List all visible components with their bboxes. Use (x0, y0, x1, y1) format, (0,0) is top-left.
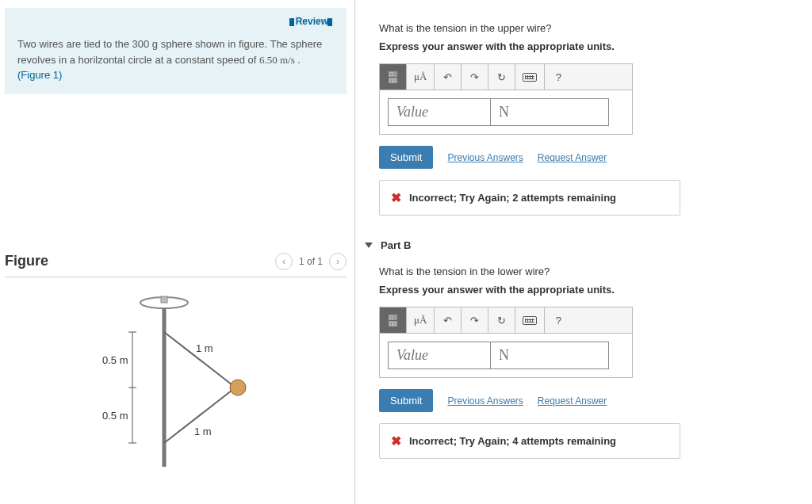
template-button[interactable]: □□□ (380, 307, 407, 333)
partB-feedback-text: Incorrect; Try Again; 4 attempts remaini… (409, 435, 616, 447)
partA-unit-input[interactable] (490, 98, 609, 126)
undo-button[interactable]: ↶ (435, 64, 462, 90)
keyboard-button[interactable] (515, 307, 545, 333)
review-link[interactable]: Review (289, 16, 335, 27)
partB-previous-answers-link[interactable]: Previous Answers (447, 395, 523, 407)
redo-button[interactable]: ↷ (462, 64, 488, 90)
collapse-icon (365, 242, 373, 248)
problem-text-2: . (295, 54, 301, 66)
label-top-dist: 0.5 m (102, 354, 128, 366)
partA-value-input[interactable] (388, 98, 491, 126)
partB-request-answer-link[interactable]: Request Answer (538, 395, 607, 407)
label-wire-bottom: 1 m (194, 426, 212, 437)
figure-diagram: 0.5 m 0.5 m 1 m 1 m (5, 288, 347, 471)
help-button[interactable]: ? (545, 64, 572, 90)
figure-prev-button[interactable]: ‹ (275, 253, 293, 270)
incorrect-icon: ✖ (391, 190, 401, 205)
partA-request-answer-link[interactable]: Request Answer (538, 152, 607, 163)
partA-instruction: Express your answer with the appropriate… (379, 40, 796, 52)
keyboard-button[interactable] (515, 64, 545, 90)
partA-feedback-text: Incorrect; Try Again; 2 attempts remaini… (409, 192, 616, 204)
figure-link[interactable]: (Figure 1) (17, 69, 62, 81)
svg-rect-1 (161, 296, 167, 303)
reset-button[interactable]: ↻ (488, 307, 515, 333)
incorrect-icon: ✖ (391, 433, 401, 449)
partB-unit-input[interactable] (490, 342, 609, 369)
partB-answer-widget: □□□ μÅ ↶ ↷ ↻ ? (379, 307, 633, 378)
partB-feedback: ✖ Incorrect; Try Again; 4 attempts remai… (379, 423, 680, 459)
reset-button[interactable]: ↻ (488, 64, 515, 90)
figure-next-button[interactable]: › (329, 253, 347, 270)
partA-question: What is the tension in the upper wire? (379, 22, 796, 34)
partA-answer-widget: □□□ μÅ ↶ ↷ ↻ ? (379, 63, 633, 135)
partB-submit-button[interactable]: Submit (379, 389, 433, 412)
svg-line-3 (164, 332, 236, 388)
problem-statement: Review Two wires are tied to the 300 g s… (5, 8, 347, 94)
label-bottom-dist: 0.5 m (102, 410, 128, 422)
problem-speed: 6.50 m/s (259, 54, 295, 66)
help-button[interactable]: ? (545, 307, 572, 333)
partB-header[interactable]: Part B (365, 239, 796, 251)
svg-point-5 (230, 380, 246, 395)
figure-title: Figure (5, 253, 48, 269)
partB-question: What is the tension in the lower wire? (379, 265, 796, 277)
partA-submit-button[interactable]: Submit (379, 146, 433, 169)
template-button[interactable]: □□□ (380, 64, 407, 90)
redo-button[interactable]: ↷ (462, 307, 488, 333)
figure-counter: 1 of 1 (299, 256, 323, 267)
units-symbols-button[interactable]: μÅ (407, 64, 435, 90)
undo-button[interactable]: ↶ (435, 307, 462, 333)
partB-value-input[interactable] (388, 342, 491, 369)
partA-feedback: ✖ Incorrect; Try Again; 2 attempts remai… (379, 180, 680, 216)
partB-instruction: Express your answer with the appropriate… (379, 284, 796, 296)
label-wire-top: 1 m (196, 342, 213, 354)
partA-previous-answers-link[interactable]: Previous Answers (447, 152, 523, 163)
partB-header-label: Part B (381, 239, 411, 251)
units-symbols-button[interactable]: μÅ (407, 307, 435, 333)
